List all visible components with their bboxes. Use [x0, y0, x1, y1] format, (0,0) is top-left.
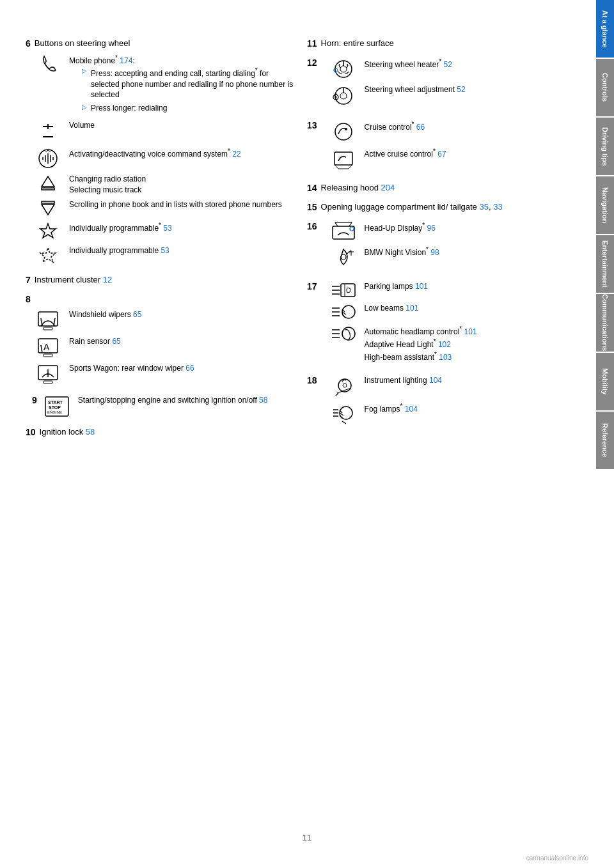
rain-sensor-icon: A	[32, 336, 64, 359]
svg-line-45	[335, 222, 338, 226]
sidebar-tab-communications-label: Communications	[601, 294, 609, 351]
instrument-lighting-item: Instrument lighting 104	[321, 375, 442, 398]
section-13: 13 Cruise control* 66	[307, 120, 583, 174]
low-beams-label: Low beams 101	[365, 303, 419, 314]
sidebar-tab-controls[interactable]: Controls	[596, 59, 614, 116]
parking-lamps-icon: O	[327, 281, 359, 299]
svg-line-21	[41, 345, 42, 353]
high-beam-label: High-beam assistant* 103	[365, 350, 477, 363]
fog-lamps-item: Fog lamps* 104	[321, 402, 442, 425]
individually-prog-label: Individually programmable 53	[69, 245, 169, 256]
sidebar-tab-communications[interactable]: Communications	[596, 294, 614, 352]
section-10-title: Ignition lock 58	[40, 427, 95, 437]
phone-book-icon	[32, 199, 64, 217]
svg-text:A: A	[43, 342, 50, 352]
individually-prog-star-item: Individually programmable* 53	[26, 221, 294, 242]
page-number: 11	[303, 833, 311, 842]
fog-lamps-label: Fog lamps* 104	[365, 402, 418, 415]
svg-point-73	[343, 384, 347, 387]
individually-prog-star-icon	[32, 221, 64, 242]
low-beams-item: Low beams 101	[321, 303, 477, 321]
volume-icon	[32, 120, 64, 143]
steering-wheel-heater-icon: +	[327, 58, 359, 81]
rear-wiper-icon	[32, 363, 64, 386]
sidebar-tab-entertainment[interactable]: Entertainment	[596, 235, 614, 293]
section-7-title: Instrument cluster 12	[35, 275, 112, 284]
section-11-title: Horn: entire surface	[321, 38, 394, 48]
svg-point-42	[345, 128, 347, 130]
sidebar-tab-navigation-label: Navigation	[601, 187, 609, 223]
svg-point-36	[340, 93, 347, 99]
svg-rect-43	[335, 152, 352, 165]
section-7: 7 Instrument cluster 12	[26, 275, 294, 285]
svg-line-74	[336, 393, 338, 396]
section-6: 6 Buttons on steering wheel Mobile phone…	[26, 38, 294, 266]
section-6-number: 6	[26, 38, 31, 49]
svg-line-81	[340, 415, 342, 418]
radio-station-label: Changing radio station	[69, 174, 146, 185]
section-11-number: 11	[307, 38, 317, 49]
section-16-number: 16	[307, 221, 317, 231]
svg-rect-25	[43, 381, 52, 384]
section-15: 15 Opening luggage compartment lid/ tail…	[307, 202, 583, 212]
start-stop-label: Starting/stopping engine and switching i…	[78, 395, 268, 406]
section-9: 9 START STOP ENGINE Starting/stopping en…	[26, 395, 294, 418]
volume-label: Volume	[69, 120, 95, 131]
sidebar-tab-at-glance[interactable]: At a glance	[596, 0, 614, 58]
svg-text:+: +	[335, 68, 336, 72]
windshield-wipers-label: Windshield wipers 65	[69, 309, 141, 320]
cruise-control-icon	[327, 120, 359, 143]
svg-text:O: O	[346, 287, 351, 294]
active-cruise-label: Active cruise control* 67	[365, 147, 446, 160]
section-12: 12	[307, 58, 583, 111]
svg-point-70	[342, 327, 355, 340]
section-18: 18	[307, 375, 583, 429]
section-14-title: Releasing hood 204	[321, 183, 395, 192]
section-15-number: 15	[307, 202, 317, 212]
section-18-number: 18	[307, 375, 317, 385]
svg-line-51	[346, 251, 351, 254]
sidebar-tab-reference[interactable]: Reference	[596, 412, 614, 469]
individually-prog-icon	[32, 245, 64, 266]
rear-wiper-label: Sports Wagon: rear window wiper 66	[69, 363, 194, 374]
voice-command-label: Activating/deactivating voice command sy…	[69, 147, 241, 160]
fog-lamps-icon	[327, 402, 359, 425]
section-6-title: Buttons on steering wheel	[35, 38, 130, 48]
mobile-phone-label: Mobile phone* 174:	[69, 56, 135, 65]
svg-text:ENGINE: ENGINE	[47, 410, 62, 414]
svg-rect-18	[43, 327, 52, 330]
svg-rect-10	[42, 188, 54, 190]
sidebar-tab-mobility[interactable]: Mobility	[596, 353, 614, 410]
adaptive-head-light-label: Adaptive Head Light* 102	[365, 337, 477, 350]
sidebar-tab-navigation[interactable]: Navigation	[596, 176, 614, 234]
mobile-phone-item: Mobile phone* 174: ▷ Press: accepting an…	[26, 54, 294, 116]
windshield-wipers-item: Windshield wipers 65	[26, 309, 294, 332]
head-up-display-item: i Head-Up Display* 96	[321, 221, 439, 242]
head-up-display-label: Head-Up Display* 96	[365, 221, 436, 234]
parking-lamps-label: Parking lamps 101	[365, 281, 428, 292]
svg-text:STOP: STOP	[49, 405, 61, 410]
svg-marker-14	[40, 248, 56, 262]
section-13-number: 13	[307, 120, 317, 130]
sidebar-tab-driving[interactable]: Driving tips	[596, 118, 614, 175]
svg-line-46	[349, 222, 352, 226]
instrument-lighting-label: Instrument lighting 104	[365, 375, 442, 386]
svg-point-41	[335, 123, 352, 140]
sidebar-tab-mobility-label: Mobility	[601, 368, 609, 395]
section-10-number: 10	[26, 427, 36, 437]
auto-headlamp-item: Automatic headlamp control* 101 Adaptive…	[321, 325, 477, 362]
night-vision-icon	[327, 245, 359, 268]
svg-point-50	[341, 254, 346, 260]
rain-sensor-label: Rain sensor 65	[69, 336, 121, 347]
section-9-number: 9	[32, 395, 37, 405]
phone-book-label: Scrolling in phone book and in lists wit…	[69, 199, 282, 210]
svg-point-31	[340, 66, 347, 72]
svg-text:i: i	[350, 227, 351, 231]
radio-up-icon	[32, 174, 64, 192]
radio-up-item: Changing radio station Selecting music t…	[26, 174, 294, 196]
music-track-label: Selecting music track	[69, 185, 146, 196]
svg-line-17	[54, 318, 55, 326]
voice-command-icon	[32, 147, 64, 170]
section-7-number: 7	[26, 275, 31, 285]
phone-icon	[32, 54, 64, 74]
